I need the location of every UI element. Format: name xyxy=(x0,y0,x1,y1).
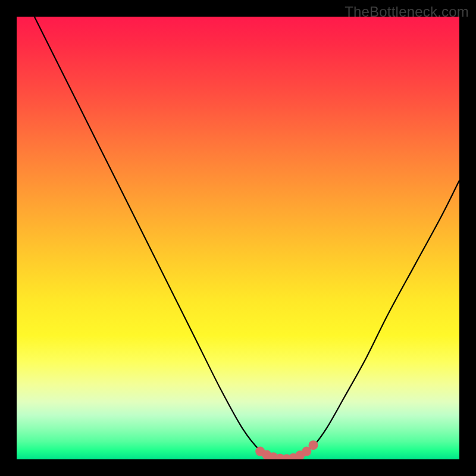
optimal-marker-dot xyxy=(309,440,318,450)
chart-frame: TheBottleneck.com xyxy=(0,0,476,476)
plot-area xyxy=(17,17,459,459)
optimal-range-markers xyxy=(255,440,318,459)
watermark-text: TheBottleneck.com xyxy=(345,4,469,20)
bottleneck-curve xyxy=(35,17,459,459)
chart-svg xyxy=(17,17,459,459)
